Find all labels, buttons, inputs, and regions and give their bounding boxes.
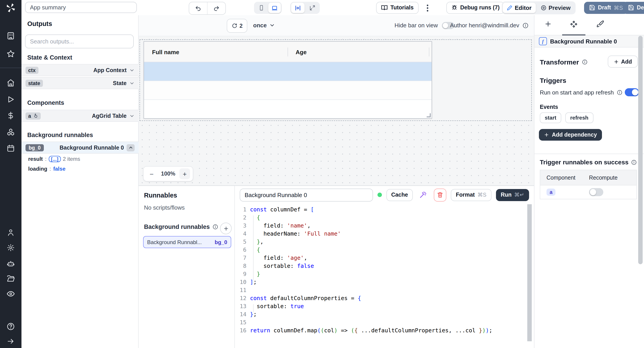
component-a-chip[interactable]: a — [546, 189, 556, 196]
desktop-view-button[interactable] — [268, 3, 281, 13]
code-line[interactable]: { — [250, 246, 525, 254]
info-icon[interactable] — [582, 59, 588, 65]
folders-icon[interactable] — [6, 274, 15, 283]
editor-scrollbar-thumb[interactable] — [527, 204, 532, 341]
code-line[interactable]: field: 'age', — [250, 254, 525, 262]
runs-play-icon[interactable] — [7, 95, 15, 103]
code-lines[interactable]: const columnDef = [ { field: 'name', hea… — [250, 204, 525, 334]
code-line[interactable]: headerName: 'Full name' — [250, 230, 525, 238]
code-editor[interactable]: 12345678910111213141516 const columnDef … — [235, 204, 534, 348]
zoom-out-button[interactable]: − — [146, 168, 157, 179]
code-line[interactable]: { — [250, 214, 525, 222]
cache-button[interactable]: Cache — [386, 189, 413, 201]
code-line[interactable]: const columnDef = [ — [250, 206, 525, 214]
code-line[interactable]: field: 'name', — [250, 222, 525, 230]
aggrid-header-fullname[interactable]: Full name — [152, 42, 179, 62]
star-icon[interactable] — [6, 50, 15, 58]
refresh-count-button[interactable]: 2 — [227, 19, 247, 33]
more-options-button[interactable] — [423, 2, 432, 14]
background-runnable-item[interactable]: Background Runnabl... bg_0 — [143, 236, 231, 248]
column-separator[interactable] — [429, 48, 429, 56]
component-settings-tab[interactable] — [570, 20, 578, 28]
editor-mode-tab[interactable]: Editor — [503, 3, 536, 13]
recompute-toggle[interactable] — [589, 188, 603, 196]
bg0-result-row[interactable]: result : [...] 2 items — [28, 156, 80, 162]
delete-runnable-button[interactable] — [434, 188, 446, 201]
building-icon[interactable] — [6, 32, 15, 40]
format-button[interactable]: Format ⌘S — [451, 189, 491, 201]
code-line[interactable] — [250, 318, 525, 326]
run-on-start-label: Run on start and app refresh — [540, 89, 614, 96]
center-content-button[interactable] — [291, 3, 304, 13]
tutorials-button[interactable]: Tutorials — [376, 2, 418, 14]
redo-button[interactable] — [208, 2, 226, 14]
add-dependency-label: Add dependency — [552, 132, 597, 138]
save-draft-button[interactable]: Draft ⌘S — [584, 2, 628, 14]
mobile-view-button[interactable] — [255, 3, 268, 13]
line-number: 14 — [235, 310, 246, 318]
code-line[interactable] — [250, 286, 525, 294]
output-row-ctx[interactable]: ctx App Context — [22, 64, 139, 76]
code-line[interactable]: }, — [250, 238, 525, 246]
app-summary-input[interactable] — [25, 2, 137, 13]
code-line[interactable]: } — [250, 270, 525, 278]
variables-dollar-icon[interactable] — [7, 111, 15, 120]
refresh-mode-dropdown[interactable]: once — [253, 19, 275, 32]
aggrid-row-selected[interactable] — [144, 62, 432, 81]
run-button[interactable]: Run ⌘↵ — [496, 189, 529, 201]
output-row-bg0[interactable]: bg_0 Background Runnable 0 — [22, 141, 139, 154]
runnable-name-input[interactable] — [240, 188, 373, 201]
code-line[interactable]: }; — [250, 310, 525, 318]
info-icon[interactable] — [631, 159, 637, 165]
panel-scrollbar-thumb[interactable] — [638, 36, 643, 264]
column-separator[interactable] — [288, 48, 288, 56]
add-background-runnable-button[interactable] — [220, 223, 232, 234]
theming-brush-tab[interactable] — [596, 20, 604, 28]
output-row-state[interactable]: state State — [22, 77, 139, 89]
result-array-badge[interactable]: [...] — [49, 156, 60, 162]
add-transformer-label: Add — [621, 58, 632, 65]
resize-handle[interactable] — [427, 113, 431, 117]
code-line[interactable]: sortable: true — [250, 302, 525, 310]
code-line[interactable]: ]; — [250, 278, 525, 286]
resources-boxes-icon[interactable] — [6, 128, 15, 136]
eye-icon[interactable] — [6, 290, 15, 298]
zoom-in-button[interactable]: + — [179, 168, 190, 179]
user-icon[interactable] — [7, 228, 15, 237]
ctx-type-label: App Context — [93, 67, 126, 73]
undo-button[interactable] — [189, 2, 208, 14]
line-number: 6 — [235, 246, 246, 254]
canvas-grid-area[interactable]: Full name Age − 100% + — [139, 36, 534, 186]
code-line[interactable]: sortable: false — [250, 262, 525, 270]
aggrid-table-component[interactable]: Full name Age — [144, 41, 432, 119]
run-on-start-toggle[interactable] — [625, 88, 639, 96]
home-icon[interactable] — [6, 79, 15, 87]
search-outputs-input[interactable] — [25, 35, 134, 48]
code-line[interactable]: const defaultColumnProperties = { — [250, 294, 525, 302]
add-dependency-button[interactable]: Add dependency — [539, 129, 602, 141]
info-icon[interactable] — [522, 22, 528, 29]
info-icon[interactable] — [616, 89, 622, 95]
preview-mode-tab[interactable]: Preview — [536, 3, 574, 13]
collapse-chevron-up-button[interactable] — [126, 144, 134, 151]
result-key: result — [28, 156, 43, 162]
aggrid-header-age[interactable]: Age — [296, 42, 306, 62]
add-transformer-button[interactable]: Add — [608, 56, 638, 68]
ai-wand-button[interactable] — [417, 189, 429, 201]
deploy-button[interactable]: Deploy — [623, 2, 644, 14]
code-line[interactable]: return columnDef.map((col) => ({ ...defa… — [250, 326, 525, 334]
format-shortcut: ⌘S — [478, 192, 486, 198]
bg0-id-badge: bg_0 — [26, 144, 44, 151]
schedules-calendar-icon[interactable] — [7, 144, 15, 152]
output-row-component-a[interactable]: a AgGrid Table — [22, 110, 139, 122]
windmill-logo-icon[interactable] — [5, 2, 16, 13]
collapse-arrow-icon[interactable] — [7, 337, 15, 345]
help-icon[interactable] — [6, 322, 15, 331]
debug-runs-button[interactable]: Debug runs (7) — [446, 2, 504, 14]
aggrid-row[interactable] — [144, 81, 432, 100]
workers-bot-icon[interactable] — [6, 260, 15, 268]
settings-gear-icon[interactable] — [7, 244, 15, 252]
insert-component-tab[interactable] — [544, 20, 552, 28]
expand-canvas-button[interactable] — [306, 3, 319, 13]
info-icon[interactable] — [212, 224, 218, 230]
